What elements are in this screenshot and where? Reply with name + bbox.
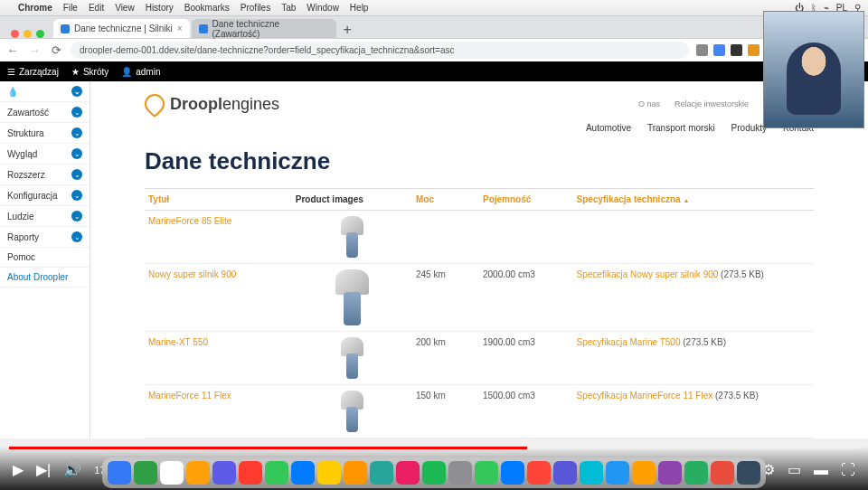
product-image xyxy=(337,337,366,379)
sidebar-item-about[interactable]: About Droopler xyxy=(0,268,90,287)
dock-app-icon[interactable] xyxy=(212,461,236,485)
dock-app-icon[interactable] xyxy=(527,461,551,485)
miniplayer-button[interactable]: ▭ xyxy=(788,461,801,478)
admin-sidebar: 💧⌄ Zawartość⌄ Struktura⌄ Wygląd⌄ Rozszer… xyxy=(0,81,90,438)
dock-app-icon[interactable] xyxy=(239,461,262,485)
chevron-down-icon: ⌄ xyxy=(71,107,82,118)
dock-app-icon[interactable] xyxy=(580,461,603,485)
maximize-window[interactable] xyxy=(36,30,44,38)
dock-app-icon[interactable] xyxy=(370,461,393,485)
reload-button[interactable]: ⟳ xyxy=(49,43,63,58)
back-button[interactable]: ← xyxy=(5,43,20,58)
next-button[interactable]: ▶| xyxy=(36,461,51,478)
browser-tab-active[interactable]: Dane techniczne | Silniki× xyxy=(53,19,190,38)
sidebar-item-reports[interactable]: Raporty⌄ xyxy=(0,227,90,248)
sidebar-item-appearance[interactable]: Wygląd⌄ xyxy=(0,144,90,165)
dock-app-icon[interactable] xyxy=(475,461,498,485)
sidebar-item-config[interactable]: Konfiguracja⌄ xyxy=(0,185,90,206)
new-tab-button[interactable]: + xyxy=(338,22,357,38)
col-title[interactable]: Tytuł xyxy=(145,189,292,211)
user-link[interactable]: 👤admin xyxy=(121,67,160,77)
mac-menubar: Chrome File Edit View History Bookmarks … xyxy=(0,0,868,16)
macos-dock xyxy=(102,457,766,488)
tab-strip: Dane techniczne | Silniki× Dane technicz… xyxy=(0,16,868,38)
sidebar-item-structure[interactable]: Struktura⌄ xyxy=(0,123,90,144)
row-title-link[interactable]: MarineForce 85 Elite xyxy=(148,216,231,226)
cell-capacity: 1900.00 cm3 xyxy=(479,332,573,385)
spec-link[interactable]: Specefikacja Nowy super silnik 900 xyxy=(577,269,719,279)
progress-fill xyxy=(9,447,527,449)
play-button[interactable]: ▶ xyxy=(13,461,24,478)
dock-app-icon[interactable] xyxy=(291,461,315,485)
dock-app-icon[interactable] xyxy=(265,461,288,485)
dock-app-icon[interactable] xyxy=(344,461,367,485)
dock-app-icon[interactable] xyxy=(134,461,157,485)
favicon-icon xyxy=(199,24,208,33)
fullscreen-button[interactable]: ⛶ xyxy=(841,462,855,478)
chevron-down-icon: ⌄ xyxy=(71,127,82,138)
spec-link[interactable]: Specyfikacja MarineForce 11 Flex xyxy=(577,391,713,400)
presenter xyxy=(787,42,841,115)
browser-tab[interactable]: Dane techniczne (Zawartość) xyxy=(192,19,336,38)
sidebar-item-content[interactable]: Zawartość⌄ xyxy=(0,102,90,123)
dock-app-icon[interactable] xyxy=(553,461,577,485)
close-window[interactable] xyxy=(11,30,19,38)
dock-app-icon[interactable] xyxy=(396,461,420,485)
product-image xyxy=(337,391,366,432)
app-name[interactable]: Chrome xyxy=(18,3,52,13)
dock-app-icon[interactable] xyxy=(317,461,341,485)
volume-button[interactable]: 🔊 xyxy=(63,461,81,478)
cell-capacity: 2000.00 cm3 xyxy=(479,264,573,332)
close-tab-icon[interactable]: × xyxy=(177,24,183,33)
row-title-link[interactable]: Nowy super silnik 900 xyxy=(148,269,236,279)
mainnav-link[interactable]: Produkty xyxy=(731,123,767,133)
spec-link[interactable]: Specyfikacja Marine T500 xyxy=(577,337,681,347)
table-row: MarineForce 11 Flex 150 km 1500.00 cm3 S… xyxy=(145,385,814,438)
url-field[interactable]: droopler-demo-001.ddev.site/dane-technic… xyxy=(71,42,689,59)
row-title-link[interactable]: Marine-XT 550 xyxy=(148,337,208,347)
col-capacity[interactable]: Pojemność xyxy=(479,189,573,211)
theater-button[interactable]: ▬ xyxy=(814,462,828,478)
chevron-down-icon: ⌄ xyxy=(71,231,82,242)
mainnav-link[interactable]: Automotive xyxy=(586,123,631,133)
dock-app-icon[interactable] xyxy=(606,461,629,485)
user-icon: 👤 xyxy=(121,67,132,77)
sidebar-item-help[interactable]: Pomoc xyxy=(0,248,90,268)
forward-button[interactable]: → xyxy=(27,43,42,58)
dock-app-icon[interactable] xyxy=(711,461,734,485)
page-content: Drooplengines O nas Relacje inwestorskie… xyxy=(90,81,868,438)
dock-app-icon[interactable] xyxy=(448,461,472,485)
topnav-link[interactable]: Relacje inwestorskie xyxy=(675,99,749,108)
dock-app-icon[interactable] xyxy=(186,461,210,485)
table-row: MarineForce 85 Elite xyxy=(145,211,814,264)
dock-app-icon[interactable] xyxy=(632,461,656,485)
dock-app-icon[interactable] xyxy=(422,461,446,485)
minimize-window[interactable] xyxy=(24,30,32,38)
col-images: Product images xyxy=(292,189,412,211)
dock-app-icon[interactable] xyxy=(684,461,708,485)
dock-app-icon[interactable] xyxy=(501,461,524,485)
cell-spec: Specyfikacja MarineForce 11 Flex (273.5 … xyxy=(573,385,814,438)
page-title: Dane techniczne xyxy=(145,147,814,175)
shortcuts-link[interactable]: ★Skróty xyxy=(71,67,108,77)
site-logo[interactable]: Drooplengines xyxy=(145,94,279,114)
sidebar-item-people[interactable]: Ludzie⌄ xyxy=(0,206,90,227)
topnav-link[interactable]: O nas xyxy=(638,99,660,108)
favicon-icon xyxy=(61,24,70,33)
dock-app-icon[interactable] xyxy=(108,461,131,485)
video-progress-bar[interactable] xyxy=(9,447,859,449)
mainnav-link[interactable]: Transport morski xyxy=(647,123,715,133)
cell-power xyxy=(412,211,479,264)
sidebar-home[interactable]: 💧⌄ xyxy=(0,81,90,102)
table-row: Nowy super silnik 900 245 km 2000.00 cm3… xyxy=(145,264,814,332)
cell-spec xyxy=(573,211,814,264)
logo-icon xyxy=(140,90,168,118)
sidebar-item-extend[interactable]: Rozszerz⌄ xyxy=(0,165,90,185)
col-power[interactable]: Moc xyxy=(412,189,479,211)
col-spec[interactable]: Specyfikacja techniczna ▲ xyxy=(573,189,814,211)
dock-app-icon[interactable] xyxy=(658,461,682,485)
dock-app-icon[interactable] xyxy=(737,461,760,485)
row-title-link[interactable]: MarineForce 11 Flex xyxy=(148,391,231,400)
manage-toggle[interactable]: ☰Zarządzaj xyxy=(7,67,59,77)
dock-app-icon[interactable] xyxy=(160,461,184,485)
